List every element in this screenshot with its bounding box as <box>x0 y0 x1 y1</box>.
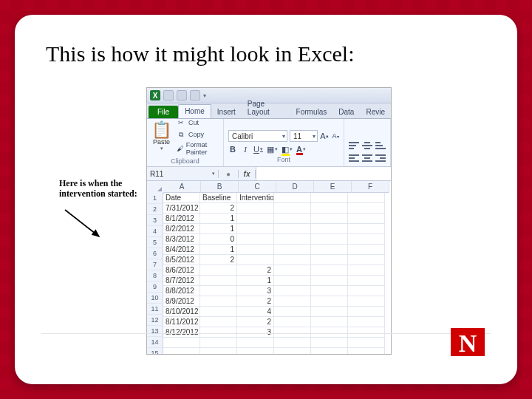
column-header[interactable]: A <box>163 181 201 193</box>
cell[interactable]: 3 <box>237 327 274 338</box>
cell[interactable] <box>237 338 274 348</box>
tab-page-layout[interactable]: Page Layout <box>242 98 290 118</box>
qat-undo-icon[interactable] <box>177 90 187 100</box>
cell[interactable] <box>274 255 311 265</box>
cell[interactable]: 2 <box>237 265 274 276</box>
cell[interactable]: 7/31/2012 <box>163 203 200 214</box>
cell[interactable]: 2 <box>200 203 237 214</box>
cell[interactable]: 8/1/2012 <box>163 214 200 224</box>
cell[interactable] <box>348 307 385 317</box>
cell[interactable]: 8/9/2012 <box>163 296 200 307</box>
font-color-button[interactable]: A▾ <box>296 144 306 154</box>
tab-insert[interactable]: Insert <box>211 106 242 118</box>
cell[interactable] <box>200 338 237 348</box>
cell[interactable] <box>163 348 200 355</box>
cell[interactable] <box>237 224 274 234</box>
cell[interactable] <box>348 286 385 296</box>
cell[interactable] <box>311 327 348 338</box>
cell[interactable] <box>348 255 385 265</box>
cell[interactable] <box>237 255 274 265</box>
align-middle-button[interactable] <box>362 140 372 151</box>
decrease-font-icon[interactable]: A▾ <box>331 131 340 141</box>
cell[interactable]: 8/4/2012 <box>163 245 200 255</box>
cell[interactable]: 8/10/2012 <box>163 307 200 317</box>
row-header[interactable]: 10 <box>147 293 163 304</box>
align-right-button[interactable] <box>375 153 386 163</box>
cell[interactable] <box>200 286 237 296</box>
cell[interactable] <box>348 327 385 338</box>
cell[interactable] <box>348 296 385 307</box>
cell[interactable]: 3 <box>237 286 274 296</box>
format-painter-button[interactable]: 🖌Format Painter <box>176 141 220 156</box>
cell[interactable] <box>200 327 237 338</box>
cell[interactable] <box>348 338 385 348</box>
font-name-select[interactable]: Calibri <box>228 130 287 142</box>
cell[interactable] <box>274 286 311 296</box>
increase-font-icon[interactable]: A▴ <box>320 131 329 141</box>
tab-data[interactable]: Data <box>332 106 360 118</box>
insert-function-button[interactable]: fx <box>239 170 256 178</box>
cell[interactable] <box>274 338 311 348</box>
cell[interactable]: 2 <box>200 255 237 265</box>
row-header[interactable]: 11 <box>147 304 163 315</box>
cell[interactable]: 8/8/2012 <box>163 286 200 296</box>
cell[interactable] <box>274 245 311 255</box>
underline-button[interactable]: U▾ <box>253 144 263 154</box>
cell[interactable] <box>311 214 348 224</box>
cell[interactable] <box>311 338 348 348</box>
cell[interactable]: 2 <box>237 296 274 307</box>
row-header[interactable]: 9 <box>147 282 163 293</box>
copy-button[interactable]: ⧉Copy <box>176 129 220 140</box>
column-header[interactable]: B <box>201 181 239 193</box>
cell[interactable] <box>348 276 385 286</box>
cell[interactable]: 8/11/2012 <box>163 317 200 327</box>
cell[interactable] <box>311 255 348 265</box>
cell[interactable] <box>311 224 348 234</box>
formula-input[interactable] <box>256 167 391 180</box>
cell[interactable] <box>274 214 311 224</box>
align-left-button[interactable] <box>349 153 359 163</box>
cell[interactable] <box>274 327 311 338</box>
cell[interactable] <box>348 234 385 245</box>
cell[interactable] <box>311 286 348 296</box>
cell[interactable]: Baseline <box>200 193 237 203</box>
cells-area[interactable]: DateBaselineIntervention 17/31/201228/1/… <box>163 193 385 355</box>
fill-color-button[interactable]: ◧▾ <box>282 144 293 154</box>
cell[interactable]: 2 <box>237 317 274 327</box>
tab-formulas[interactable]: Formulas <box>290 106 333 118</box>
cell[interactable] <box>311 296 348 307</box>
cell[interactable] <box>237 203 274 214</box>
cell[interactable] <box>200 317 237 327</box>
cell[interactable]: 1 <box>200 214 237 224</box>
name-box-dropdown-icon[interactable]: ▾ <box>212 171 215 177</box>
cell[interactable] <box>200 296 237 307</box>
font-size-select[interactable]: 11 <box>290 130 318 142</box>
cell[interactable]: 8/3/2012 <box>163 234 200 245</box>
column-header[interactable]: D <box>276 181 314 193</box>
row-header[interactable]: 8 <box>147 270 163 282</box>
cell[interactable] <box>348 265 385 276</box>
cell[interactable]: 8/7/2012 <box>163 276 200 286</box>
cell[interactable] <box>311 307 348 317</box>
cell[interactable] <box>274 203 311 214</box>
row-header[interactable]: 2 <box>147 204 163 215</box>
cell[interactable] <box>274 317 311 327</box>
cell[interactable]: 4 <box>237 307 274 317</box>
cell[interactable]: 1 <box>237 276 274 286</box>
row-header[interactable]: 3 <box>147 215 163 226</box>
cell[interactable]: 1 <box>200 245 237 255</box>
cell[interactable] <box>348 317 385 327</box>
cell[interactable] <box>274 193 311 203</box>
cell[interactable] <box>274 224 311 234</box>
column-header[interactable]: C <box>239 181 276 193</box>
cell[interactable] <box>311 317 348 327</box>
name-box[interactable]: R11 ▾ <box>147 170 219 178</box>
row-header[interactable]: 13 <box>147 326 163 337</box>
worksheet-grid[interactable]: ABCDEF 1234567891011121314151617 DateBas… <box>147 181 391 355</box>
row-header[interactable]: 14 <box>147 337 163 348</box>
cut-button[interactable]: ✂Cut <box>176 117 220 128</box>
cell[interactable] <box>274 265 311 276</box>
cell[interactable]: 8/12/2012 <box>163 327 200 338</box>
tab-home[interactable]: Home <box>178 104 211 118</box>
cell[interactable] <box>348 245 385 255</box>
